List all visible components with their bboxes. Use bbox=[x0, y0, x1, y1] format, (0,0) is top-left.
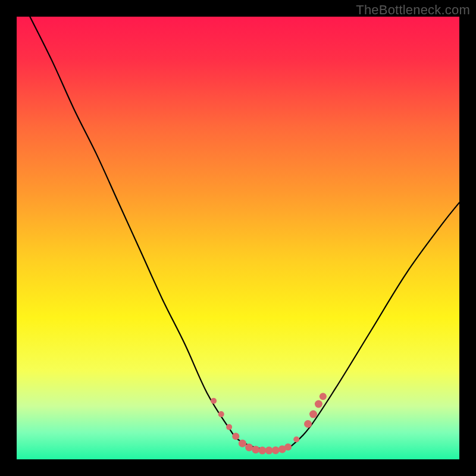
marker-dot bbox=[309, 411, 317, 418]
marker-dot bbox=[272, 446, 280, 454]
marker-dot bbox=[320, 393, 327, 400]
marker-dot bbox=[258, 447, 266, 455]
gradient-background bbox=[17, 17, 459, 459]
marker-dot bbox=[304, 420, 312, 428]
marker-dot bbox=[245, 443, 253, 451]
marker-dot bbox=[218, 411, 224, 417]
marker-dot bbox=[226, 424, 232, 430]
marker-dot bbox=[293, 437, 299, 443]
marker-dot bbox=[232, 433, 239, 440]
marker-dot bbox=[284, 443, 292, 450]
marker-dot bbox=[252, 446, 259, 453]
watermark-text: TheBottleneck.com bbox=[356, 2, 470, 18]
marker-dot bbox=[265, 447, 273, 455]
chart-svg bbox=[17, 17, 459, 459]
plot-area bbox=[17, 17, 459, 459]
marker-dot bbox=[239, 440, 246, 447]
marker-dot bbox=[315, 400, 322, 408]
marker-dot bbox=[211, 398, 217, 404]
chart-frame: TheBottleneck.com bbox=[0, 0, 476, 476]
